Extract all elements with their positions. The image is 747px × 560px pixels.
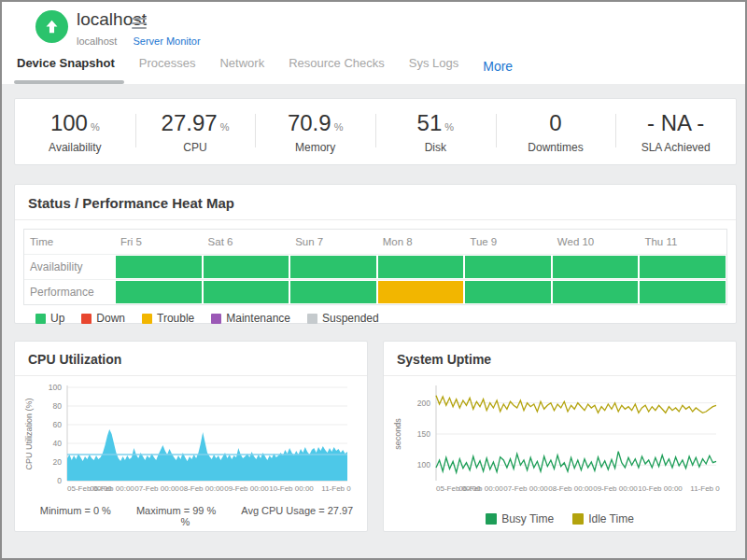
legend-item-maintenance: Maintenance — [211, 312, 290, 325]
svg-text:07-Feb 00:00: 07-Feb 00:00 — [503, 484, 548, 493]
tab-device-snapshot[interactable]: Device Snapshot — [17, 56, 115, 70]
heatmap-title: Status / Performance Heat Map — [15, 185, 736, 220]
stat-cpu: 27.97%CPU — [135, 99, 256, 164]
legend-item-busy-time: Busy Time — [486, 512, 554, 525]
stat-label: Memory — [295, 141, 335, 154]
svg-text:08-Feb 00:00: 08-Feb 00:00 — [179, 484, 224, 493]
heatmap-cell-availability-tue-9[interactable] — [464, 255, 552, 279]
tab-bar: Device SnapshotProcessesNetworkResource … — [17, 56, 513, 74]
heatmap-cell-performance-sat-6[interactable] — [203, 280, 290, 304]
svg-text:20: 20 — [53, 457, 63, 467]
heatmap-column-header: Wed 10 — [552, 230, 640, 254]
device-status-up-icon — [35, 10, 68, 43]
tab-processes[interactable]: Processes — [139, 56, 196, 70]
svg-text:11-Feb 0: 11-Feb 0 — [690, 484, 720, 493]
legend-label: Up — [50, 312, 64, 325]
heatmap-cell-availability-sat-6[interactable] — [203, 255, 290, 279]
suspended-swatch-icon — [307, 314, 317, 324]
legend-label: Suspended — [322, 312, 379, 325]
heatmap-cell-performance-sun-7[interactable] — [289, 280, 377, 304]
heatmap-cell-availability-mon-8[interactable] — [377, 255, 465, 279]
stat-sla-achieved: - NA -SLA Achieved — [615, 99, 736, 164]
heatmap-cell-availability-fri-5[interactable] — [115, 255, 203, 279]
svg-text:09-Feb 00:00: 09-Feb 00:00 — [593, 484, 638, 493]
breadcrumb: localhost Server Monitor — [77, 35, 201, 47]
heatmap-panel: Status / Performance Heat Map TimeFri 5S… — [14, 184, 737, 324]
heatmap-cell-availability-wed-10[interactable] — [552, 255, 640, 279]
device-header: localhost localhost Server Monitor Devic… — [2, 2, 745, 84]
stat-value: 0 — [549, 110, 561, 136]
heatmap-cell-performance-wed-10[interactable] — [552, 280, 640, 304]
stat-value: 27.97% — [162, 110, 230, 136]
stat-label: Availability — [49, 141, 101, 154]
heatmap-legend: UpDownTroubleMaintenanceSuspended — [35, 312, 736, 325]
heatmap-row-label: Availability — [24, 255, 115, 279]
legend-item-up: Up — [35, 312, 64, 325]
tab-more[interactable]: More — [483, 59, 513, 74]
stat-label: CPU — [183, 141, 206, 154]
tab-resource-checks[interactable]: Resource Checks — [289, 56, 385, 70]
stat-value: 51% — [417, 110, 454, 136]
heatmap-row-availability: Availability — [24, 254, 726, 279]
legend-item-trouble: Trouble — [142, 312, 194, 325]
legend-label: Maintenance — [226, 312, 290, 325]
svg-text:11-Feb 0: 11-Feb 0 — [321, 484, 351, 493]
heatmap-column-header: Sun 7 — [289, 230, 377, 254]
idle-time-swatch-icon — [572, 513, 584, 525]
heatmap-cell-performance-tue-9[interactable] — [464, 280, 552, 304]
heatmap-cell-performance-thu-11[interactable] — [639, 280, 726, 304]
svg-text:0: 0 — [57, 476, 62, 485]
heatmap-row-label: Performance — [24, 280, 115, 304]
app-window: localhost localhost Server Monitor Devic… — [0, 0, 747, 560]
cpu-min-stat: Minimum = 0 % — [40, 505, 111, 516]
legend-label: Trouble — [157, 312, 194, 325]
stat-value: 100% — [50, 110, 100, 136]
svg-text:06-Feb 00:00: 06-Feb 00:00 — [90, 484, 134, 493]
stat-label: Disk — [425, 141, 446, 154]
cpu-max-stat: Maximum = 99 % — [136, 505, 216, 516]
heatmap-column-header: Sat 6 — [203, 230, 290, 254]
heatmap-cell-availability-sun-7[interactable] — [289, 255, 377, 279]
svg-text:09-Feb 00:00: 09-Feb 00:00 — [224, 484, 269, 493]
tab-sys-logs[interactable]: Sys Logs — [409, 56, 458, 70]
svg-text:CPU Utilization (%): CPU Utilization (%) — [24, 398, 34, 469]
tab-network[interactable]: Network — [219, 56, 264, 70]
stat-downtimes: 0Downtimes — [496, 99, 616, 164]
summary-stats-bar: 100%Availability27.97%CPU70.9%Memory51%D… — [14, 98, 737, 165]
cpu-chart-panel: CPU Utilization 020406080100CPU Utilizat… — [14, 341, 368, 532]
trouble-swatch-icon — [142, 314, 152, 324]
stat-memory: 70.9%Memory — [255, 99, 375, 164]
stat-availability: 100%Availability — [15, 99, 135, 164]
heatmap-cell-performance-mon-8[interactable] — [377, 280, 465, 304]
svg-text:100: 100 — [417, 460, 430, 469]
legend-item-down: Down — [81, 312, 125, 325]
heatmap-cell-availability-thu-11[interactable] — [639, 255, 726, 279]
heatmap-column-header: Fri 5 — [115, 230, 203, 254]
cpu-utilization-chart[interactable]: 020406080100CPU Utilization (%)05-Feb 00… — [22, 380, 359, 496]
svg-text:10-Feb 00:00: 10-Feb 00:00 — [269, 484, 314, 493]
breadcrumb-category-link[interactable]: Server Monitor — [133, 35, 200, 47]
svg-text:10-Feb 00:00: 10-Feb 00:00 — [638, 484, 683, 493]
uptime-chart-title: System Uptime — [384, 342, 736, 376]
svg-text:80: 80 — [53, 401, 63, 411]
svg-text:200: 200 — [417, 399, 430, 408]
svg-text:08-Feb 00:00: 08-Feb 00:00 — [548, 484, 593, 493]
down-swatch-icon — [81, 314, 92, 324]
legend-label: Idle Time — [588, 512, 634, 525]
active-tab-underline — [14, 80, 124, 84]
svg-text:100: 100 — [49, 383, 62, 392]
legend-label: Down — [96, 312, 125, 325]
svg-text:150: 150 — [417, 429, 430, 439]
stat-value: - NA - — [647, 110, 704, 136]
heatmap-column-header: Tue 9 — [464, 230, 552, 254]
uptime-chart-legend: Busy TimeIdle Time — [391, 512, 728, 525]
up-arrow-icon — [44, 19, 60, 35]
heatmap-column-header: Thu 11 — [639, 230, 726, 254]
hamburger-menu-icon[interactable] — [132, 18, 147, 32]
heatmap-cell-performance-fri-5[interactable] — [115, 280, 203, 304]
stat-unit: % — [91, 121, 100, 133]
heatmap-column-header: Mon 8 — [377, 230, 465, 254]
stat-unit: % — [444, 121, 454, 133]
system-uptime-chart[interactable]: 100150200seconds05-Feb 00:0006-Feb 00:00… — [391, 380, 728, 496]
heatmap-table: TimeFri 5Sat 6Sun 7Mon 8Tue 9Wed 10Thu 1… — [23, 229, 727, 305]
